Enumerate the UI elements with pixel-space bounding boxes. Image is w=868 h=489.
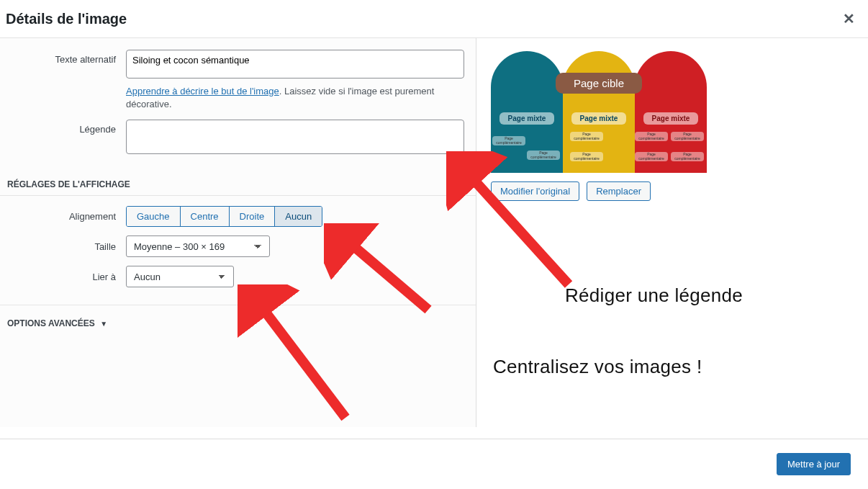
preview-page-mixte: Page mixte <box>643 112 698 125</box>
preview-page-comp: Page complémentaire <box>671 132 704 141</box>
display-settings-heading: RÉGLAGES DE L'AFFICHAGE <box>0 161 476 196</box>
close-icon[interactable]: ✕ <box>843 10 855 27</box>
size-select[interactable]: Moyenne – 300 × 169 <box>126 235 270 257</box>
annotation-centralize: Centralisez vos images ! <box>493 356 702 378</box>
image-preview: Page cible Page mixte Page mixte Page mi… <box>491 51 707 173</box>
dialog-footer: Mettre à jour <box>0 439 868 489</box>
caption-input[interactable] <box>126 120 464 154</box>
chevron-down-icon: ▼ <box>100 320 107 328</box>
alt-help-text: Apprendre à décrire le but de l'image. L… <box>126 85 464 111</box>
link-label: Lier à <box>0 272 126 282</box>
dialog-content: Texte alternatif Apprendre à décrire le … <box>0 38 868 427</box>
alt-help-link[interactable]: Apprendre à décrire le but de l'image <box>126 86 279 97</box>
advanced-options-label: OPTIONS AVANCÉES <box>7 318 95 328</box>
alignment-button-group: Gauche Centre Droite Aucun <box>126 206 322 227</box>
caption-label: Légende <box>0 120 126 135</box>
size-row: Taille Moyenne – 300 × 169 <box>0 231 476 261</box>
align-left-button[interactable]: Gauche <box>127 207 181 226</box>
preview-page-comp: Page complémentaire <box>671 152 704 161</box>
align-none-button[interactable]: Aucun <box>275 207 322 226</box>
link-row: Lier à Aucun <box>0 261 476 292</box>
size-label: Taille <box>0 241 126 252</box>
replace-button[interactable]: Remplacer <box>587 181 651 201</box>
alignment-row: Alignement Gauche Centre Droite Aucun <box>0 202 476 231</box>
dialog-header: Détails de l'image ✕ <box>0 0 868 38</box>
alt-text-row: Texte alternatif Apprendre à décrire le … <box>0 45 476 115</box>
alt-text-label: Texte alternatif <box>0 50 126 65</box>
preview-page-comp: Page complémentaire <box>570 132 603 141</box>
preview-page-cible: Page cible <box>556 73 642 94</box>
preview-page-mixte: Page mixte <box>499 112 554 125</box>
update-button[interactable]: Mettre à jour <box>777 453 851 475</box>
preview-page-comp: Page complémentaire <box>492 136 525 145</box>
alt-text-input[interactable] <box>126 50 464 78</box>
preview-page-comp: Page complémentaire <box>570 152 603 161</box>
preview-page-comp: Page complémentaire <box>635 152 668 161</box>
dialog-title: Détails de l'image <box>6 11 127 27</box>
preview-page-comp: Page complémentaire <box>527 151 560 160</box>
annotation-legend: Rédiger une légende <box>565 284 743 307</box>
preview-page-mixte: Page mixte <box>571 112 626 125</box>
align-center-button[interactable]: Centre <box>181 207 230 226</box>
advanced-options-toggle[interactable]: OPTIONS AVANCÉES ▼ <box>0 305 476 328</box>
settings-panel: Texte alternatif Apprendre à décrire le … <box>0 38 476 427</box>
alignment-label: Alignement <box>0 211 126 222</box>
preview-page-comp: Page complémentaire <box>635 132 668 141</box>
link-select[interactable]: Aucun <box>126 266 234 287</box>
align-right-button[interactable]: Droite <box>230 207 276 226</box>
preview-actions: Modifier l'original Remplacer <box>491 181 854 201</box>
edit-original-button[interactable]: Modifier l'original <box>491 181 579 201</box>
caption-row: Légende <box>0 115 476 161</box>
